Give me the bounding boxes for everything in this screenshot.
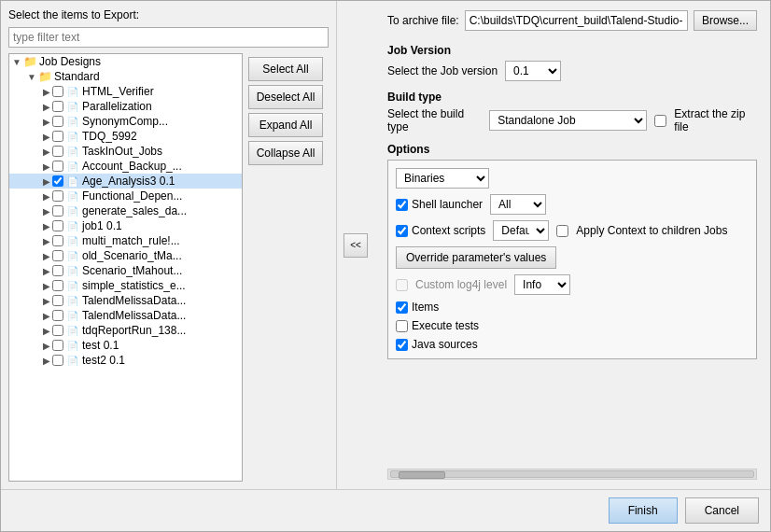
shell-launcher-dropdown[interactable]: All Unix Windows <box>490 194 546 215</box>
list-item[interactable]: ▶ 📄 Scenario_tMahout... <box>9 263 242 278</box>
expand-all-button[interactable]: Expand All <box>248 113 323 137</box>
item-label: tdqReportRun_138... <box>82 324 186 337</box>
list-item[interactable]: ▶ 📄 TaskInOut_Jobs <box>9 144 242 159</box>
standard-label: Standard <box>54 70 100 83</box>
item-checkbox[interactable] <box>52 355 63 366</box>
item-checkbox[interactable] <box>52 340 63 351</box>
item-toggle[interactable]: ▶ <box>41 295 52 306</box>
apply-context-label: Apply Context to children Jobs <box>576 224 727 237</box>
item-checkbox[interactable] <box>52 220 63 231</box>
select-all-button[interactable]: Select All <box>248 57 323 81</box>
list-item[interactable]: ▶ 📄 tdqReportRun_138... <box>9 323 242 338</box>
list-item[interactable]: ▶ 📄 SynonymComp... <box>9 114 242 129</box>
context-scripts-checkbox[interactable] <box>396 225 408 237</box>
item-toggle[interactable]: ▶ <box>41 340 52 351</box>
item-toggle[interactable]: ▶ <box>41 355 52 366</box>
execute-tests-checkbox[interactable] <box>396 320 408 332</box>
tree-standard[interactable]: ▼ 📁 Standard <box>9 69 242 84</box>
arrow-button[interactable]: << <box>343 233 368 258</box>
export-dialog: Select the items to Export: ▼ 📁 Job Desi… <box>0 0 771 532</box>
item-toggle[interactable]: ▶ <box>41 220 52 231</box>
item-toggle[interactable]: ▶ <box>41 116 52 127</box>
item-label: SynonymComp... <box>82 115 168 128</box>
shell-launcher-checkbox[interactable] <box>396 199 408 211</box>
standard-folder-icon: 📁 <box>37 70 52 83</box>
item-toggle[interactable]: ▶ <box>41 161 52 172</box>
item-toggle[interactable]: ▶ <box>41 250 52 261</box>
arrow-area: << <box>337 1 374 489</box>
binaries-dropdown[interactable]: Binaries Sources Both <box>396 168 489 189</box>
java-sources-checkbox[interactable] <box>396 339 408 351</box>
list-item[interactable]: ▶ 📄 Functional_Depen... <box>9 189 242 203</box>
list-item[interactable]: ▶ 📄 HTML_Verifier <box>9 84 242 99</box>
horizontal-scrollbar[interactable] <box>387 469 757 480</box>
finish-button[interactable]: Finish <box>609 497 678 524</box>
item-checkbox[interactable] <box>52 101 63 112</box>
job-version-dropdown[interactable]: 0.1 0.2 Latest <box>505 61 561 81</box>
item-toggle[interactable]: ▶ <box>41 235 52 246</box>
deselect-all-button[interactable]: Deselect All <box>248 85 323 109</box>
cancel-button[interactable]: Cancel <box>685 497 759 524</box>
item-toggle[interactable]: ▶ <box>41 325 52 336</box>
item-label: simple_statistics_e... <box>82 279 186 292</box>
list-item[interactable]: ▶ 📄 Parallelization <box>9 99 242 114</box>
list-item[interactable]: ▶ 📄 old_Scenario_tMa... <box>9 248 242 263</box>
item-toggle[interactable]: ▶ <box>41 205 52 217</box>
item-checkbox[interactable] <box>52 190 63 202</box>
job-icon: 📄 <box>65 234 80 247</box>
filter-input[interactable] <box>8 27 329 48</box>
item-checkbox[interactable] <box>52 235 63 246</box>
item-toggle[interactable]: ▶ <box>41 310 52 321</box>
item-toggle[interactable]: ▶ <box>41 86 52 97</box>
list-item[interactable]: ▶ 📄 generate_sales_da... <box>9 203 242 218</box>
item-checkbox[interactable] <box>52 325 63 336</box>
archive-input[interactable] <box>465 10 688 31</box>
build-type-dropdown[interactable]: Standalone Job OSGI Docker <box>489 110 647 131</box>
item-toggle[interactable]: ▶ <box>41 101 52 112</box>
item-toggle[interactable]: ▶ <box>41 175 52 187</box>
tree-container: ▼ 📁 Job Designs ▼ 📁 Standard ▶ <box>8 53 243 482</box>
item-checkbox[interactable] <box>52 295 63 306</box>
list-item[interactable]: ▶ 📄 TDQ_5992 <box>9 129 242 144</box>
item-checkbox[interactable] <box>52 86 63 97</box>
root-toggle[interactable]: ▼ <box>11 56 22 67</box>
item-checkbox[interactable] <box>52 250 63 261</box>
items-checkbox[interactable] <box>396 301 408 314</box>
list-item[interactable]: ▶ 📄 test2 0.1 <box>9 353 242 368</box>
override-button[interactable]: Override parameter's values <box>396 246 556 269</box>
item-checkbox[interactable] <box>52 280 63 291</box>
context-default-dropdown[interactable]: Default All <box>493 220 549 241</box>
list-item[interactable]: ▶ 📄 TalendMelissaData... <box>9 308 242 323</box>
job-icon: 📄 <box>65 219 80 232</box>
item-checkbox[interactable] <box>52 161 63 172</box>
item-checkbox[interactable] <box>52 265 63 276</box>
list-item[interactable]: ▶ 📄 job1 0.1 <box>9 218 242 233</box>
standard-toggle[interactable]: ▼ <box>26 71 37 82</box>
tree-root[interactable]: ▼ 📁 Job Designs <box>9 54 242 69</box>
item-toggle[interactable]: ▶ <box>41 265 52 276</box>
item-checkbox[interactable] <box>52 310 63 321</box>
apply-context-checkbox[interactable] <box>556 225 568 237</box>
item-checkbox[interactable] <box>52 175 63 187</box>
list-item[interactable]: ▶ 📄 test 0.1 <box>9 338 242 353</box>
list-item[interactable]: ▶ 📄 TalendMelissaData... <box>9 293 242 308</box>
item-toggle[interactable]: ▶ <box>41 190 52 202</box>
log4j-dropdown[interactable]: Info Debug Warn <box>514 274 570 295</box>
list-item[interactable]: ▶ 📄 simple_statistics_e... <box>9 278 242 293</box>
list-item[interactable]: ▶ 📄 multi_match_rule!... <box>9 233 242 248</box>
item-checkbox[interactable] <box>52 116 63 127</box>
shell-launcher-row: Shell launcher All Unix Windows <box>396 194 749 215</box>
browse-button[interactable]: Browse... <box>694 10 757 31</box>
extract-zip-checkbox[interactable] <box>654 115 666 127</box>
item-toggle[interactable]: ▶ <box>41 131 52 142</box>
item-checkbox[interactable] <box>52 131 63 142</box>
item-checkbox[interactable] <box>52 205 63 217</box>
list-item[interactable]: ▶ 📄 Account_Backup_... <box>9 159 242 174</box>
item-toggle[interactable]: ▶ <box>41 146 52 157</box>
job-version-title: Job Version <box>387 44 757 57</box>
list-item[interactable]: ▶ 📄 Age_Analysis3 0.1 <box>9 174 242 189</box>
collapse-all-button[interactable]: Collapse All <box>248 141 323 165</box>
item-checkbox[interactable] <box>52 146 63 157</box>
log4j-checkbox[interactable] <box>396 279 408 291</box>
item-toggle[interactable]: ▶ <box>41 280 52 291</box>
